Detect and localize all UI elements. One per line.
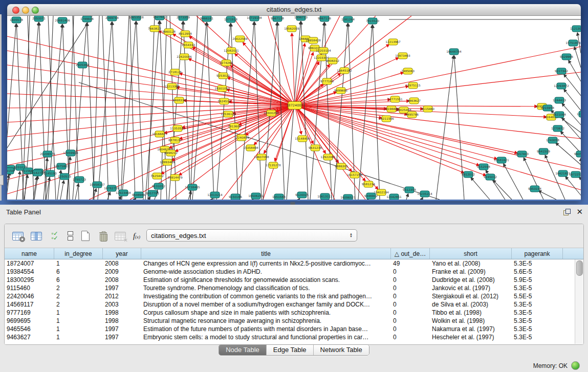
node-label: 10235214: [417, 192, 432, 195]
table-cell: 19384554: [5, 268, 54, 276]
table-row[interactable]: 969969511998Structural magnetic resonanc…: [5, 317, 583, 325]
table-cell: Disruption of a novel member of a sodium…: [141, 300, 391, 309]
node-label: 9468336: [172, 99, 186, 102]
table-cell: 0: [391, 300, 430, 309]
network-edge: [107, 192, 110, 200]
network-edge: [569, 60, 581, 81]
delete-column-button[interactable]: [96, 229, 110, 243]
network-edge: [93, 16, 99, 200]
node-label: 16211566: [379, 117, 394, 120]
node-label: 1159583: [577, 113, 581, 116]
table-cell: 9699695: [5, 317, 54, 325]
table-cell: 2: [54, 284, 103, 292]
node-label: 1795723: [73, 178, 86, 181]
node-label: 10958107: [90, 183, 105, 186]
table-cell: Franke et al. (2009): [430, 268, 512, 276]
node-label: 12203104: [316, 49, 331, 52]
node-label: 9124325: [295, 193, 309, 196]
column-header-5[interactable]: short: [430, 248, 512, 259]
column-header-1[interactable]: in_degree: [54, 248, 103, 259]
table-row[interactable]: 1938455462009Genome-wide association stu…: [5, 268, 583, 276]
node-label: 12975115: [405, 84, 421, 87]
citation-network-graph[interactable]: 1872400718300295766382296601288912954165…: [7, 16, 581, 200]
column-header-0[interactable]: name: [5, 248, 54, 259]
node-label: 9227342: [555, 70, 568, 73]
tab-network-table[interactable]: Network Table: [314, 345, 369, 355]
table-cell: 18724007: [5, 259, 54, 268]
table-cell: 0: [391, 317, 430, 325]
float-panel-icon[interactable]: [563, 209, 571, 215]
table-frame: ▫✓▫✓ ✕ f(x) citations_edges.txt ▲▼ namei…: [4, 224, 584, 345]
column-header-2[interactable]: year: [103, 248, 141, 259]
node-label: 10975887: [54, 165, 69, 168]
network-edge: [524, 158, 543, 200]
node-label: 17240859: [234, 136, 249, 139]
network-edge: [7, 16, 92, 148]
table-row[interactable]: 1456911722003Disruption of a novel membe…: [5, 300, 583, 309]
network-window-titlebar[interactable]: citations_edges.txt: [7, 4, 581, 16]
table-cell: 1998: [103, 317, 141, 325]
table-row[interactable]: 946554611997Estimation of the future num…: [5, 325, 583, 333]
table-cell: 5.3E-5: [512, 325, 563, 333]
network-edge: [545, 155, 565, 200]
side-panel-edge: [0, 14, 2, 201]
table-cell: 0: [391, 268, 430, 276]
node-label: 12922061: [320, 156, 336, 159]
node-label: 11353535: [170, 127, 185, 130]
row-height-button[interactable]: [63, 229, 77, 243]
node-label: 9253022: [216, 74, 230, 77]
table-cell: 2012: [103, 292, 141, 300]
node-label: 7815520: [366, 19, 379, 23]
show-columns-button[interactable]: [29, 229, 43, 243]
table-row[interactable]: 946362711997Embryonic stem cells: a mode…: [5, 333, 583, 341]
table-body: 1872400712008Changes of HCN gene express…: [5, 259, 583, 341]
node-label: 16157278: [347, 173, 362, 177]
network-edge: [295, 105, 581, 139]
network-edge: [75, 184, 78, 200]
table-cell: 18300295: [5, 276, 54, 284]
column-header-4[interactable]: △ out_de…: [391, 248, 430, 259]
network-edge: [189, 36, 295, 105]
table-row[interactable]: 1830029562008Estimation of significance …: [5, 276, 583, 284]
network-view-canvas[interactable]: 1872400718300295766382296601288912954165…: [7, 16, 581, 200]
table-cell: Dudbridge et al. (2008): [430, 276, 512, 284]
column-header-3[interactable]: title: [141, 248, 391, 259]
new-column-button[interactable]: [78, 229, 93, 243]
table-cell: 5.3E-5: [512, 317, 563, 325]
table-cell: 2: [54, 300, 103, 309]
tab-edge-table[interactable]: Edge Table: [267, 345, 314, 355]
table-cell: Embryonic stem cells: a model to study s…: [141, 333, 391, 341]
close-panel-icon[interactable]: ✕: [576, 207, 583, 216]
table-source-dropdown[interactable]: citations_edges.txt ▲▼: [146, 229, 357, 242]
node-label: 7624513: [217, 100, 231, 103]
tab-node-table[interactable]: Node Table: [219, 345, 267, 355]
node-label: 16914479: [167, 176, 183, 179]
table-cell: 22420046: [5, 292, 54, 300]
table-cell: 5.3E-5: [512, 309, 563, 317]
node-label: 2073359: [177, 16, 190, 19]
select-all-columns-button[interactable]: ▫✓▫✓: [48, 229, 62, 243]
table-row[interactable]: 911546021997Tourette syndrome. Phenomeno…: [5, 284, 583, 292]
node-label: 1274265: [220, 61, 233, 64]
column-header-6[interactable]: pagerank: [512, 248, 563, 259]
node-label: 12213381: [164, 85, 180, 88]
table-settings-button[interactable]: [11, 229, 25, 243]
node-label: 1621064: [553, 113, 566, 116]
node-label: 9463627: [407, 99, 421, 102]
side-panel-handle[interactable]: [0, 175, 4, 185]
table-cell: Genome-wide association studies in ADHD.: [141, 268, 391, 276]
table-row[interactable]: 2242004622012Investigating the contribut…: [5, 292, 583, 300]
scrollbar-thumb[interactable]: [576, 260, 583, 276]
table-cell: 9465546: [5, 325, 54, 333]
node-label: 14607098: [254, 156, 269, 159]
table-row[interactable]: 977716911998Corpus callosum shape and si…: [5, 309, 583, 317]
node-label: 10993469: [160, 161, 175, 164]
table-cell: 1: [54, 309, 103, 317]
vertical-scrollbar[interactable]: [575, 259, 583, 344]
network-edge: [295, 47, 581, 105]
node-label: 18300295: [264, 112, 279, 115]
function-builder-button[interactable]: f(x): [129, 229, 144, 243]
network-edge: [471, 178, 490, 200]
memory-status-indicator[interactable]: [571, 361, 580, 370]
table-row[interactable]: 1872400712008Changes of HCN gene express…: [5, 259, 583, 268]
